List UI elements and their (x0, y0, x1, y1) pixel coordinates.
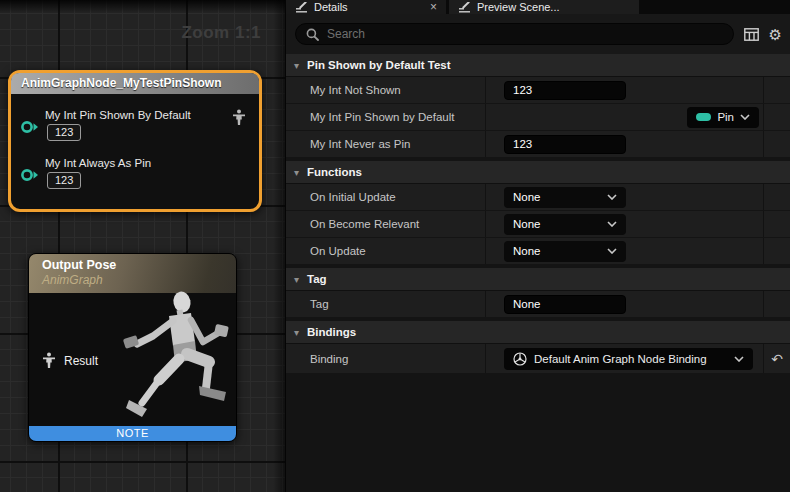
details-tab-icon (295, 2, 308, 13)
result-pin[interactable]: Result (42, 352, 98, 369)
section-tag: ▾ Tag Tag (286, 268, 790, 318)
collapse-arrow-icon[interactable]: ▾ (294, 327, 299, 338)
int-pin-icon[interactable] (20, 168, 40, 182)
property-row-tag: Tag (286, 291, 790, 318)
section-header[interactable]: ▾ Bindings (286, 321, 790, 344)
section-bindings: ▾ Bindings Binding Default Anim Graph No… (286, 321, 790, 374)
details-panel: Details × Preview Scene... (285, 0, 790, 492)
node-title[interactable]: AnimGraphNode_MyTestPinShown (11, 73, 259, 94)
node-note-banner[interactable]: NOTE (29, 426, 236, 441)
pin-default-value[interactable]: 123 (47, 124, 81, 141)
section-header[interactable]: ▾ Tag (286, 268, 790, 291)
property-label: On Update (286, 238, 486, 264)
property-label: My Int Pin Shown by Default (286, 104, 486, 130)
pin-label: My Int Pin Shown By Default (45, 109, 191, 121)
property-label: Tag (286, 291, 486, 317)
search-box[interactable] (295, 23, 734, 45)
property-row-on-initial-update: On Initial Update None (286, 184, 790, 211)
settings-gear-icon[interactable]: ⚙ (769, 27, 782, 42)
function-select-dropdown[interactable]: None (504, 241, 626, 262)
section-functions: ▾ Functions On Initial Update None On Be… (286, 161, 790, 265)
tag-value-input[interactable] (504, 295, 626, 314)
chevron-down-icon (740, 114, 750, 120)
int-pin-icon[interactable] (20, 120, 40, 134)
person-pin-badge-icon (232, 109, 246, 126)
unreal-editor-window: Zoom 1:1 AnimGraphNode_MyTestPinShown My… (0, 0, 790, 492)
property-row-on-become-relevant: On Become Relevant None (286, 211, 790, 238)
property-row-binding: Binding Default Anim Graph Node Binding (286, 344, 790, 374)
zoom-level-label: Zoom 1:1 (181, 23, 261, 43)
running-mannequin-image (109, 282, 235, 430)
function-select-dropdown[interactable]: None (504, 214, 626, 235)
property-label: My Int Never as Pin (286, 131, 486, 157)
int-value-input[interactable] (504, 135, 626, 154)
section-header[interactable]: ▾ Pin Shown by Default Test (286, 54, 790, 77)
collapse-arrow-icon[interactable]: ▾ (294, 274, 299, 285)
anim-graph-test-node[interactable]: AnimGraphNode_MyTestPinShown My Int Pin … (8, 70, 262, 212)
property-row-my-int-never-as-pin: My Int Never as Pin (286, 131, 790, 158)
row-extra-cell (764, 211, 790, 237)
property-matrix-icon (744, 28, 759, 41)
row-extra-cell (764, 104, 790, 130)
pin-default-value[interactable]: 123 (47, 172, 81, 189)
int-value-input[interactable] (504, 81, 626, 100)
collapse-arrow-icon[interactable]: ▾ (294, 60, 299, 71)
panel-tab-bar: Details × Preview Scene... (286, 0, 790, 14)
property-row-my-int-pin-shown-by-default: My Int Pin Shown by Default Pin (286, 104, 790, 131)
pose-person-icon (42, 352, 56, 369)
search-input[interactable] (327, 27, 723, 41)
property-label: On Become Relevant (286, 211, 486, 237)
reset-to-default-icon[interactable]: ↶ (771, 352, 783, 366)
close-tab-icon[interactable]: × (430, 1, 437, 13)
tab-label: Preview Scene... (477, 1, 560, 13)
binding-wheel-icon (513, 352, 527, 366)
row-extra-cell (764, 131, 790, 157)
row-extra-cell (764, 77, 790, 103)
pin-capsule-icon (696, 113, 711, 121)
pin-label: My Int Always As Pin (45, 157, 151, 169)
property-row-on-update: On Update None (286, 238, 790, 265)
section-pin-shown-by-default-test: ▾ Pin Shown by Default Test My Int Not S… (286, 54, 790, 158)
node-title: Output Pose (42, 258, 236, 272)
search-toolbar: ⚙ (286, 14, 790, 54)
row-extra-cell (764, 291, 790, 317)
tab-details[interactable]: Details × (286, 0, 446, 14)
section-header[interactable]: ▾ Functions (286, 161, 790, 184)
collapse-arrow-icon[interactable]: ▾ (294, 167, 299, 178)
property-label: On Initial Update (286, 184, 486, 210)
pin-mode-dropdown[interactable]: Pin (687, 107, 759, 128)
property-row-my-int-not-shown: My Int Not Shown (286, 77, 790, 104)
chevron-down-icon (607, 194, 617, 200)
binding-dropdown[interactable]: Default Anim Graph Node Binding (504, 348, 753, 370)
chevron-down-icon (607, 221, 617, 227)
preview-scene-tab-icon (458, 2, 471, 13)
output-pose-node[interactable]: Output Pose AnimGraph (28, 253, 237, 442)
function-select-dropdown[interactable]: None (504, 187, 626, 208)
anim-graph-canvas[interactable]: Zoom 1:1 AnimGraphNode_MyTestPinShown My… (0, 0, 285, 492)
tab-preview-scene[interactable]: Preview Scene... (449, 0, 639, 14)
search-icon (306, 28, 319, 41)
property-label: Binding (286, 344, 486, 373)
display-options-button[interactable] (744, 28, 759, 41)
row-extra-cell (764, 184, 790, 210)
tab-label: Details (314, 1, 348, 13)
chevron-down-icon (734, 356, 744, 362)
row-extra-cell (764, 238, 790, 264)
chevron-down-icon (607, 248, 617, 254)
result-pin-label: Result (64, 354, 98, 368)
property-label: My Int Not Shown (286, 77, 486, 103)
